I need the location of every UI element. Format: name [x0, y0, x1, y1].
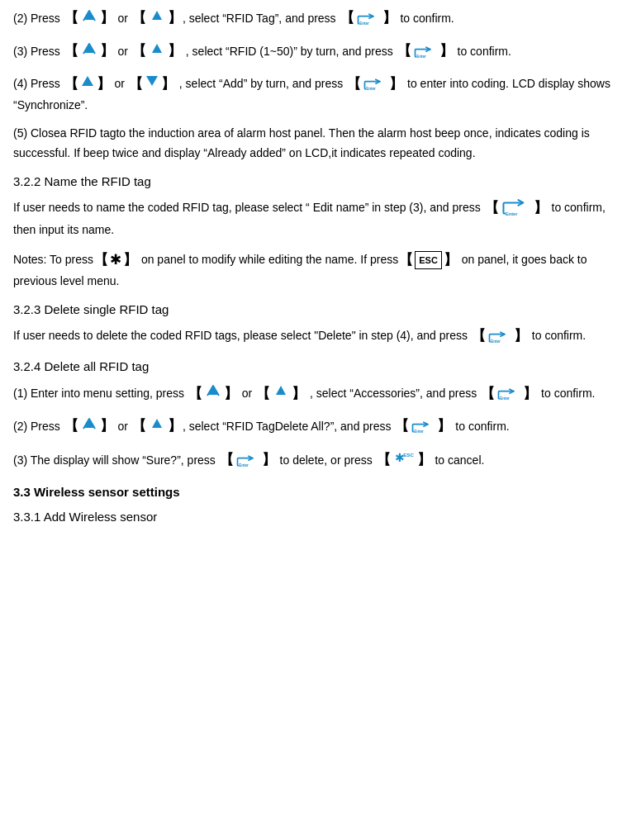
page-content: (2) Press 【】 or 【】, select “RFID Tag”, a… [13, 7, 614, 527]
text-content: or [115, 44, 131, 57]
arrow-up-icon [80, 7, 98, 31]
text-content: (1) Enter into menu setting, press [13, 387, 188, 400]
paragraph-s7: If user needs to delete the coded RFID t… [13, 325, 614, 349]
subsection-heading-h331: 3.3.1 Add Wireless sensor [13, 507, 614, 527]
section-heading-h33: 3.3 Wireless sensor settings [13, 482, 614, 502]
text-content: (3) Press [13, 44, 64, 57]
svg-text:Enter: Enter [239, 463, 249, 467]
text-content: to confirm. [529, 329, 586, 342]
text-content: on panel to modify while editing the nam… [138, 253, 398, 266]
esc-star-icon: ✱ESC [392, 448, 416, 474]
text-content: , select “RFID Tag”, and press [183, 12, 340, 25]
text-content: (4) Press [13, 77, 64, 90]
text-content: (2) Press [13, 420, 64, 433]
svg-marker-6 [82, 76, 93, 86]
svg-text:Enter: Enter [491, 339, 501, 344]
svg-marker-1 [152, 11, 162, 20]
text-content: Notes: To press [13, 253, 93, 266]
text-content: to confirm. [452, 420, 509, 433]
svg-text:Enter: Enter [506, 211, 518, 216]
arrow-up-icon [80, 415, 98, 439]
text-content: , select “Add” by turn, and press [176, 77, 346, 90]
text-content: , select “Accessories”, and press [306, 387, 480, 400]
text-content: to confirm. [538, 387, 595, 400]
text-content: or [115, 12, 131, 25]
text-content: (5) Closea RFID tagto the induction area… [13, 126, 590, 159]
arrow-down-icon [272, 382, 290, 406]
text-content: If user needs to name the coded RFID tag… [13, 201, 484, 214]
svg-marker-12 [276, 386, 286, 395]
text-content: or [239, 387, 255, 400]
paragraph-s9: (2) Press 【】 or 【】, select “RFID TagDele… [13, 415, 614, 439]
svg-text:Enter: Enter [359, 21, 369, 26]
text-content: (3) The display will show “Sure?”, press [13, 453, 219, 466]
text-content: to delete, or press [277, 453, 376, 466]
arrow-down-icon [148, 7, 166, 31]
text-content: or [115, 420, 131, 433]
svg-text:ESC: ESC [403, 452, 414, 458]
paragraph-s1: (2) Press 【】 or 【】, select “RFID Tag”, a… [13, 7, 614, 31]
arrow-down-icon [148, 40, 166, 64]
paragraph-s4: (5) Closea RFID tagto the induction area… [13, 124, 614, 164]
paragraph-s10: (3) The display will show “Sure?”, press… [13, 448, 614, 474]
arrow-up-icon [204, 382, 222, 406]
arrow-down-filled-icon [145, 74, 159, 95]
subsection-heading-h322: 3.2.2 Name the RFID tag [13, 172, 614, 192]
text-content: If user needs to delete the coded RFID t… [13, 329, 471, 342]
text-content: to confirm. [397, 12, 454, 25]
text-content: or [112, 77, 128, 90]
text-content: (2) Press [13, 12, 64, 25]
svg-text:Enter: Enter [366, 88, 376, 92]
svg-marker-15 [152, 419, 162, 428]
text-content: to confirm. [454, 44, 511, 57]
paragraph-s3: (4) Press 【】 or 【】 , select “Add” by tur… [13, 73, 614, 116]
arrow-up-filled-icon [80, 74, 95, 95]
svg-marker-7 [146, 76, 158, 86]
svg-text:Enter: Enter [415, 429, 425, 434]
paragraph-s8: (1) Enter into menu setting, press 【】 or… [13, 382, 614, 406]
svg-text:Enter: Enter [500, 397, 510, 401]
text-content: , select “RFID (1~50)” by turn, and pres… [183, 44, 397, 57]
text-content: to cancel. [432, 453, 485, 466]
svg-marker-4 [152, 44, 162, 53]
paragraph-s6: Notes: To press【✱】 on panel to modify wh… [13, 249, 614, 292]
text-content: , select “RFID TagDelete All?”, and pres… [183, 420, 395, 433]
arrow-up-icon [80, 40, 98, 64]
paragraph-s5: If user needs to name the coded RFID tag… [13, 197, 614, 240]
subsection-heading-h324: 3.2.4 Delete all RFID tag [13, 357, 614, 377]
arrow-down-icon [148, 415, 166, 439]
svg-text:Enter: Enter [416, 55, 426, 59]
subsection-heading-h323: 3.2.3 Delete single RFID tag [13, 300, 614, 320]
paragraph-s2: (3) Press 【】 or 【】 , select “RFID (1~50)… [13, 40, 614, 64]
